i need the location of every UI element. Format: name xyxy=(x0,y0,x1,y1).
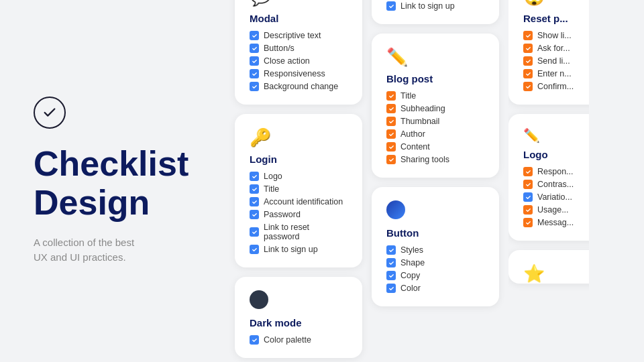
checklist-item: Password xyxy=(250,210,347,219)
check-blue xyxy=(250,56,259,66)
checklist-item: Send li... xyxy=(523,56,589,66)
check-blue xyxy=(250,245,259,254)
checklist-item: Color xyxy=(386,284,484,293)
checklist-item: Enter n... xyxy=(523,69,589,78)
checklist-item: Content xyxy=(386,142,484,152)
login-card: 🔑 Login Logo Title Account identificatio… xyxy=(235,114,362,267)
checklist-item: Author xyxy=(386,129,484,139)
check-blue xyxy=(250,82,259,91)
left-panel: Checklist Design A collection of the bes… xyxy=(0,0,228,362)
login-title: Login xyxy=(250,154,347,165)
modal-card: 💬 Modal Descriptive text Button/s Close … xyxy=(235,0,362,105)
check-blue xyxy=(250,197,259,206)
check-circle-icon xyxy=(34,97,66,129)
cards-column-2: Password Link to reset password Link to … xyxy=(372,13,499,349)
checklist-item: Color palette xyxy=(250,335,347,345)
main-title: Checklist Design xyxy=(34,145,195,221)
check-orange xyxy=(386,129,396,139)
checklist-item: Messag... xyxy=(523,218,589,227)
check-orange xyxy=(523,167,533,176)
dark-mode-icon xyxy=(250,290,268,309)
check-blue xyxy=(250,69,259,78)
check-blue xyxy=(250,227,259,237)
checklist-item: Link to sign up xyxy=(386,1,484,11)
checklist-item: Link to reset password xyxy=(250,223,347,241)
dark-mode-title: Dark mode xyxy=(250,317,347,328)
check-blue xyxy=(386,271,396,280)
checklist-item: Responsiveness xyxy=(250,69,347,78)
checklist-item: Usage... xyxy=(523,205,589,215)
checklist-item: Confirm... xyxy=(523,82,589,91)
check-blue xyxy=(250,44,259,53)
check-blue xyxy=(386,245,396,255)
checklist-item: Link to sign up xyxy=(250,245,347,254)
check-orange xyxy=(523,82,533,91)
reset-title: Reset p... xyxy=(523,13,589,24)
login-partial-card: Password Link to reset password Link to … xyxy=(372,0,499,24)
check-orange xyxy=(523,205,533,215)
checklist-item: Respon... xyxy=(523,167,589,176)
check-orange xyxy=(523,218,533,227)
checklist-item: Descriptive text xyxy=(250,31,347,40)
partial-bottom-card: ⭐ xyxy=(508,250,589,284)
cards-column-3: 🤯 Reset p... Show li... Ask for... Send … xyxy=(508,0,589,349)
blog-post-title: Blog post xyxy=(386,73,484,84)
reset-password-card: 🤯 Reset p... Show li... Ask for... Send … xyxy=(508,0,589,105)
reset-icon: 🤯 xyxy=(523,0,589,7)
dark-mode-card: Dark mode Color palette xyxy=(235,277,362,358)
login-icon: 🔑 xyxy=(250,127,347,148)
check-orange xyxy=(386,155,396,164)
checklist-item: Title xyxy=(386,91,484,101)
subtitle: A collection of the bestUX and UI practi… xyxy=(34,235,195,265)
checklist-item: Ask for... xyxy=(523,44,589,53)
check-blue xyxy=(250,210,259,219)
check-orange xyxy=(523,69,533,78)
checklist-item: Background change xyxy=(250,82,347,91)
cards-area: 💬 Modal Descriptive text Button/s Close … xyxy=(228,0,644,362)
button-card: Button Styles Shape Copy Color xyxy=(372,187,499,306)
checklist-item: Show li... xyxy=(523,31,589,40)
check-orange xyxy=(386,104,396,113)
check-blue xyxy=(250,335,259,345)
checklist-item: Shape xyxy=(386,258,484,267)
copy-item: Copy xyxy=(386,271,484,280)
cards-column-1: 💬 Modal Descriptive text Button/s Close … xyxy=(235,0,362,349)
checklist-item: Account identification xyxy=(250,197,347,206)
check-blue xyxy=(250,31,259,40)
button-icon xyxy=(386,200,405,219)
check-blue xyxy=(250,184,259,194)
checklist-item: Title xyxy=(250,184,347,194)
checklist-item: Styles xyxy=(386,245,484,255)
blog-icon: ✏️ xyxy=(386,47,484,68)
check-blue xyxy=(523,192,533,202)
checklist-item: Logo xyxy=(250,172,347,181)
check-orange xyxy=(386,117,396,126)
logo-icon: ✏️ xyxy=(523,127,589,143)
checklist-item: Subheading xyxy=(386,104,484,113)
logo-card-title: Logo xyxy=(523,149,589,160)
check-orange xyxy=(386,91,396,101)
blog-post-card: ✏️ Blog post Title Subheading Thumbnail … xyxy=(372,34,499,178)
checklist-item: Thumbnail xyxy=(386,117,484,126)
check-orange xyxy=(523,44,533,53)
logo-card: ✏️ Logo Respon... Contras... Variatio...… xyxy=(508,114,589,241)
button-card-title: Button xyxy=(386,227,484,239)
check-orange xyxy=(386,142,396,152)
checklist-item: Sharing tools xyxy=(386,155,484,164)
checklist-item: Variatio... xyxy=(523,192,589,202)
check-orange xyxy=(523,31,533,40)
modal-title: Modal xyxy=(250,13,347,24)
checklist-item: Contras... xyxy=(523,180,589,189)
check-orange xyxy=(523,180,533,189)
check-orange xyxy=(523,56,533,66)
check-blue xyxy=(386,284,396,293)
modal-icon: 💬 xyxy=(250,0,347,7)
check-blue xyxy=(386,258,396,267)
check-blue xyxy=(250,172,259,181)
checklist-item: Close action xyxy=(250,56,347,66)
checklist-item: Button/s xyxy=(250,44,347,53)
check-blue xyxy=(386,1,396,11)
star-icon: ⭐ xyxy=(523,263,589,284)
